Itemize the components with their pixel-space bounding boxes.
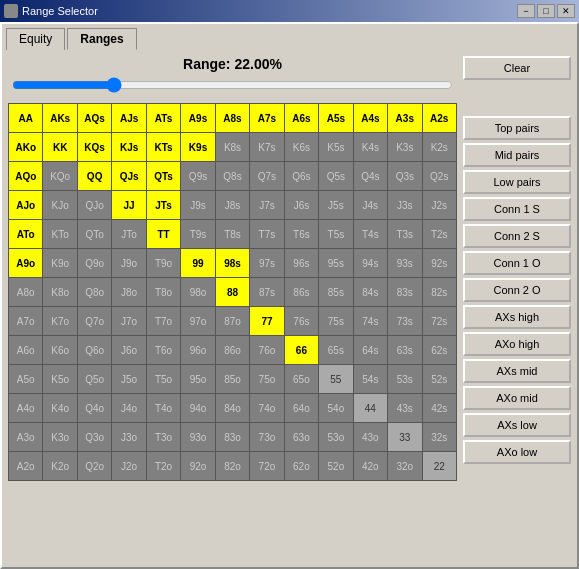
hand-cell[interactable]: 32o — [388, 452, 421, 480]
hand-cell[interactable]: QJo — [78, 191, 111, 219]
hand-cell[interactable]: 87o — [216, 307, 249, 335]
hand-cell[interactable]: 64s — [354, 336, 387, 364]
hand-cell[interactable]: A3o — [9, 423, 42, 451]
tab-equity[interactable]: Equity — [6, 28, 65, 50]
hand-cell[interactable]: J5o — [112, 365, 145, 393]
hand-cell[interactable]: Q8o — [78, 278, 111, 306]
hand-cell[interactable]: 93s — [388, 249, 421, 277]
hand-cell[interactable]: T9o — [147, 249, 180, 277]
hand-cell[interactable]: 93o — [181, 423, 214, 451]
hand-cell[interactable]: 62s — [423, 336, 456, 364]
hand-cell[interactable]: 84s — [354, 278, 387, 306]
maximize-button[interactable]: □ — [537, 4, 555, 18]
hand-cell[interactable]: AJo — [9, 191, 42, 219]
hand-cell[interactable]: 97o — [181, 307, 214, 335]
hand-cell[interactable]: 98o — [181, 278, 214, 306]
hand-cell[interactable]: 73s — [388, 307, 421, 335]
hand-cell[interactable]: A9s — [181, 104, 214, 132]
hand-cell[interactable]: K2s — [423, 133, 456, 161]
hand-cell[interactable]: T6o — [147, 336, 180, 364]
hand-cell[interactable]: AQs — [78, 104, 111, 132]
hand-cell[interactable]: 95o — [181, 365, 214, 393]
hand-cell[interactable]: 64o — [285, 394, 318, 422]
hand-cell[interactable]: A9o — [9, 249, 42, 277]
hand-cell[interactable]: K4o — [43, 394, 76, 422]
hand-cell[interactable]: 83o — [216, 423, 249, 451]
hand-cell[interactable]: T2o — [147, 452, 180, 480]
mid-pairs-button[interactable]: Mid pairs — [463, 143, 571, 167]
hand-cell[interactable]: 98s — [216, 249, 249, 277]
conn1s-button[interactable]: Conn 1 S — [463, 197, 571, 221]
hand-cell[interactable]: J3s — [388, 191, 421, 219]
hand-cell[interactable]: 94o — [181, 394, 214, 422]
hand-cell[interactable]: A2s — [423, 104, 456, 132]
hand-cell[interactable]: AKs — [43, 104, 76, 132]
hand-cell[interactable]: A6s — [285, 104, 318, 132]
hand-cell[interactable]: 62o — [285, 452, 318, 480]
hand-cell[interactable]: 85s — [319, 278, 352, 306]
hand-cell[interactable]: K9o — [43, 249, 76, 277]
hand-cell[interactable]: J2o — [112, 452, 145, 480]
hand-cell[interactable]: J9s — [181, 191, 214, 219]
hand-cell[interactable]: T3s — [388, 220, 421, 248]
hand-cell[interactable]: AJs — [112, 104, 145, 132]
minimize-button[interactable]: − — [517, 4, 535, 18]
hand-cell[interactable]: A4s — [354, 104, 387, 132]
hand-cell[interactable]: A5s — [319, 104, 352, 132]
hand-cell[interactable]: 85o — [216, 365, 249, 393]
hand-cell[interactable]: J6o — [112, 336, 145, 364]
hand-cell[interactable]: AQo — [9, 162, 42, 190]
axs-low-button[interactable]: AXs low — [463, 413, 571, 437]
hand-cell[interactable]: KQs — [78, 133, 111, 161]
hand-cell[interactable]: K3s — [388, 133, 421, 161]
hand-cell[interactable]: K9s — [181, 133, 214, 161]
hand-cell[interactable]: K8o — [43, 278, 76, 306]
hand-cell[interactable]: Q2s — [423, 162, 456, 190]
hand-cell[interactable]: 92s — [423, 249, 456, 277]
hand-cell[interactable]: 96o — [181, 336, 214, 364]
hand-cell[interactable]: 83s — [388, 278, 421, 306]
hand-cell[interactable]: Q5s — [319, 162, 352, 190]
hand-cell[interactable]: Q4s — [354, 162, 387, 190]
hand-cell[interactable]: 52o — [319, 452, 352, 480]
hand-cell[interactable]: A8o — [9, 278, 42, 306]
hand-cell[interactable]: ATs — [147, 104, 180, 132]
hand-cell[interactable]: JJ — [112, 191, 145, 219]
hand-cell[interactable]: 52s — [423, 365, 456, 393]
conn2o-button[interactable]: Conn 2 O — [463, 278, 571, 302]
hand-cell[interactable]: KJs — [112, 133, 145, 161]
hand-cell[interactable]: A4o — [9, 394, 42, 422]
hand-cell[interactable]: T7s — [250, 220, 283, 248]
hand-cell[interactable]: Q7o — [78, 307, 111, 335]
conn1o-button[interactable]: Conn 1 O — [463, 251, 571, 275]
hand-cell[interactable]: 44 — [354, 394, 387, 422]
axs-high-button[interactable]: AXs high — [463, 305, 571, 329]
hand-cell[interactable]: 75s — [319, 307, 352, 335]
hand-cell[interactable]: Q7s — [250, 162, 283, 190]
low-pairs-button[interactable]: Low pairs — [463, 170, 571, 194]
hand-cell[interactable]: 32s — [423, 423, 456, 451]
hand-cell[interactable]: 77 — [250, 307, 283, 335]
hand-cell[interactable]: JTo — [112, 220, 145, 248]
hand-cell[interactable]: 66 — [285, 336, 318, 364]
hand-cell[interactable]: Q8s — [216, 162, 249, 190]
hand-cell[interactable]: T9s — [181, 220, 214, 248]
hand-cell[interactable]: 96s — [285, 249, 318, 277]
hand-cell[interactable]: 74o — [250, 394, 283, 422]
hand-cell[interactable]: T5o — [147, 365, 180, 393]
hand-cell[interactable]: T4o — [147, 394, 180, 422]
hand-cell[interactable]: 55 — [319, 365, 352, 393]
hand-cell[interactable]: Q5o — [78, 365, 111, 393]
hand-cell[interactable]: T8o — [147, 278, 180, 306]
hand-cell[interactable]: 86s — [285, 278, 318, 306]
hand-cell[interactable]: 43o — [354, 423, 387, 451]
hand-cell[interactable]: Q3o — [78, 423, 111, 451]
hand-cell[interactable]: 76s — [285, 307, 318, 335]
hand-cell[interactable]: 53s — [388, 365, 421, 393]
hand-cell[interactable]: Q9s — [181, 162, 214, 190]
hand-cell[interactable]: T8s — [216, 220, 249, 248]
hand-cell[interactable]: K7s — [250, 133, 283, 161]
hand-cell[interactable]: J4o — [112, 394, 145, 422]
hand-cell[interactable]: AA — [9, 104, 42, 132]
hand-cell[interactable]: KK — [43, 133, 76, 161]
